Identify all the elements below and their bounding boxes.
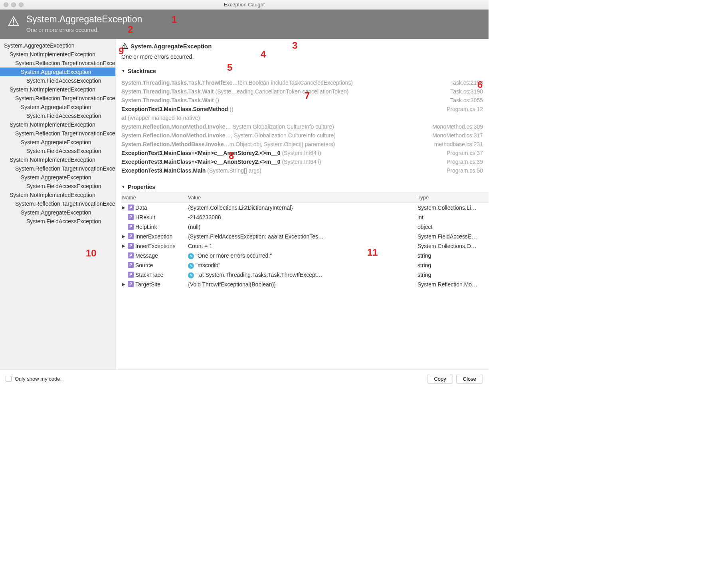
stacktrace-row[interactable]: System.Reflection.MonoMethod.Invoke…, Sy… bbox=[121, 131, 483, 140]
exception-tree[interactable]: System.AggregateExceptionSystem.NotImple… bbox=[0, 39, 116, 369]
window-title: Exception Caught bbox=[0, 2, 489, 8]
property-row[interactable]: PMessage✎"One or more errors occurred."s… bbox=[121, 251, 489, 260]
properties-label: Properties bbox=[128, 184, 155, 190]
stacktrace-row[interactable]: at (wrapper managed-to-native) bbox=[121, 113, 483, 122]
property-value: {System.Collections.ListDictionaryIntern… bbox=[187, 203, 417, 213]
property-value: Count = 1 bbox=[187, 241, 417, 251]
stacktrace-row[interactable]: ExceptionTest3.MainClass+<Main>c__AnonSt… bbox=[121, 157, 483, 166]
tree-item[interactable]: System.Reflection.TargetInvocationExcept… bbox=[0, 199, 115, 208]
detail-exception-message: One or more errors occurred. bbox=[121, 54, 483, 60]
property-badge-icon: P bbox=[128, 233, 134, 239]
property-type: System.Reflection.Mo… bbox=[417, 280, 489, 289]
chevron-right-icon[interactable]: ▶ bbox=[122, 241, 126, 251]
copy-button[interactable]: Copy bbox=[427, 374, 453, 384]
column-value: Value bbox=[187, 193, 417, 203]
tree-item[interactable]: System.AggregateException bbox=[0, 138, 115, 147]
tree-item[interactable]: System.AggregateException bbox=[0, 41, 115, 50]
property-row[interactable]: ▶PInnerException{System.FieldAccessExcep… bbox=[121, 232, 489, 241]
tree-item[interactable]: System.FieldAccessException bbox=[0, 111, 115, 120]
property-value: (null) bbox=[187, 222, 417, 232]
stacktrace-row[interactable]: System.Reflection.MethodBase.Invoke…m.Ob… bbox=[121, 140, 483, 149]
only-my-code-checkbox[interactable] bbox=[6, 376, 12, 382]
property-row[interactable]: PSource✎"mscorlib"string bbox=[121, 260, 489, 270]
property-value: {Void ThrowIfExceptional(Boolean)} bbox=[187, 280, 417, 289]
stacktrace-row[interactable]: System.Threading.Tasks.Task.Wait (Syste…… bbox=[121, 87, 483, 96]
stacktrace-section-toggle[interactable]: ▼ Stacktrace bbox=[116, 62, 489, 77]
property-type: string bbox=[417, 270, 489, 280]
properties-header-row: Name Value Type bbox=[121, 193, 489, 203]
property-value: ✎"mscorlib" bbox=[187, 260, 417, 270]
detail-exception-type: System.AggregateException bbox=[131, 43, 212, 50]
only-my-code-label: Only show my code. bbox=[15, 376, 61, 382]
tree-item[interactable]: System.NotImplementedException bbox=[0, 85, 115, 94]
tree-item[interactable]: System.Reflection.TargetInvocationExcept… bbox=[0, 59, 115, 68]
close-button[interactable]: Close bbox=[456, 374, 483, 384]
stacktrace-row[interactable]: ExceptionTest3.MainClass.Main (System.St… bbox=[121, 166, 483, 175]
exception-message: One or more errors occurred. bbox=[26, 27, 142, 33]
property-name: InnerException bbox=[135, 232, 172, 241]
property-name: HelpLink bbox=[135, 222, 157, 232]
tree-item[interactable]: System.AggregateException bbox=[0, 208, 115, 217]
property-name: Data bbox=[135, 203, 147, 213]
warning-triangle-icon bbox=[121, 43, 128, 50]
property-type: System.Collections.O… bbox=[417, 241, 489, 251]
property-name: Message bbox=[135, 251, 158, 260]
property-badge-icon: P bbox=[128, 243, 134, 249]
tree-item[interactable]: System.FieldAccessException bbox=[0, 76, 115, 85]
dialog-header: System.AggregateException One or more er… bbox=[0, 10, 489, 39]
chevron-right-icon[interactable]: ▶ bbox=[122, 280, 126, 289]
stacktrace-row[interactable]: System.Threading.Tasks.Task.Wait ()Task.… bbox=[121, 96, 483, 105]
properties-section-toggle[interactable]: ▼ Properties bbox=[116, 178, 489, 193]
property-row[interactable]: PHelpLink(null)object bbox=[121, 222, 489, 232]
property-value: -2146233088 bbox=[187, 213, 417, 222]
property-type: string bbox=[417, 260, 489, 270]
property-row[interactable]: PHResult-2146233088int bbox=[121, 213, 489, 222]
tree-item[interactable]: System.AggregateException bbox=[0, 173, 115, 182]
visualizer-icon[interactable]: ✎ bbox=[188, 253, 194, 259]
property-name: TargetSite bbox=[135, 280, 160, 289]
tree-item[interactable]: System.FieldAccessException bbox=[0, 217, 115, 226]
stacktrace-row[interactable]: System.Reflection.MonoMethod.Invoke… Sys… bbox=[121, 122, 483, 131]
property-name: StackTrace bbox=[135, 270, 163, 280]
property-badge-icon: P bbox=[128, 262, 134, 268]
visualizer-icon[interactable]: ✎ bbox=[188, 263, 194, 269]
stacktrace-row[interactable]: ExceptionTest3.MainClass+<Main>c__AnonSt… bbox=[121, 149, 483, 157]
tree-item[interactable]: System.NotImplementedException bbox=[0, 50, 115, 59]
property-badge-icon: P bbox=[128, 205, 134, 211]
property-value: {System.FieldAccessException: aaa at Exc… bbox=[187, 232, 417, 241]
property-value: ✎" at System.Threading.Tasks.Task.ThrowI… bbox=[187, 270, 417, 280]
tree-item[interactable]: System.AggregateException bbox=[0, 68, 115, 76]
tree-item[interactable]: System.NotImplementedException bbox=[0, 191, 115, 199]
property-badge-icon: P bbox=[128, 252, 134, 258]
chevron-down-icon: ▼ bbox=[121, 185, 125, 189]
property-type: string bbox=[417, 251, 489, 260]
property-type: int bbox=[417, 213, 489, 222]
property-row[interactable]: PStackTrace✎" at System.Threading.Tasks.… bbox=[121, 270, 489, 280]
tree-item[interactable]: System.NotImplementedException bbox=[0, 155, 115, 164]
property-value: ✎"One or more errors occurred." bbox=[187, 251, 417, 260]
exception-dialog: Exception Caught System.AggregateExcepti… bbox=[0, 0, 489, 387]
tree-item[interactable]: System.NotImplementedException bbox=[0, 120, 115, 129]
stacktrace-row[interactable]: ExceptionTest3.MainClass.SomeMethod ()Pr… bbox=[121, 105, 483, 113]
property-row[interactable]: ▶PData{System.Collections.ListDictionary… bbox=[121, 203, 489, 213]
property-row[interactable]: ▶PTargetSite{Void ThrowIfExceptional(Boo… bbox=[121, 280, 489, 289]
property-row[interactable]: ▶PInnerExceptionsCount = 1System.Collect… bbox=[121, 241, 489, 251]
titlebar: Exception Caught bbox=[0, 0, 489, 10]
stacktrace-row[interactable]: System.Threading.Tasks.Task.ThrowIfExc…t… bbox=[121, 78, 483, 87]
tree-item[interactable]: System.Reflection.TargetInvocationExcept… bbox=[0, 164, 115, 173]
tree-item[interactable]: System.Reflection.TargetInvocationExcept… bbox=[0, 94, 115, 103]
stacktrace-list: System.Threading.Tasks.Task.ThrowIfExc…t… bbox=[116, 77, 489, 178]
stacktrace-label: Stacktrace bbox=[128, 68, 156, 74]
chevron-right-icon[interactable]: ▶ bbox=[122, 232, 126, 241]
property-name: Source bbox=[135, 260, 153, 270]
property-name: HResult bbox=[135, 213, 155, 222]
visualizer-icon[interactable]: ✎ bbox=[188, 272, 194, 278]
exception-type-title: System.AggregateException bbox=[26, 14, 142, 25]
column-name: Name bbox=[121, 193, 187, 203]
property-badge-icon: P bbox=[128, 281, 134, 287]
tree-item[interactable]: System.FieldAccessException bbox=[0, 182, 115, 191]
tree-item[interactable]: System.AggregateException bbox=[0, 103, 115, 111]
tree-item[interactable]: System.Reflection.TargetInvocationExcept… bbox=[0, 129, 115, 138]
tree-item[interactable]: System.FieldAccessException bbox=[0, 147, 115, 155]
chevron-right-icon[interactable]: ▶ bbox=[122, 203, 126, 213]
